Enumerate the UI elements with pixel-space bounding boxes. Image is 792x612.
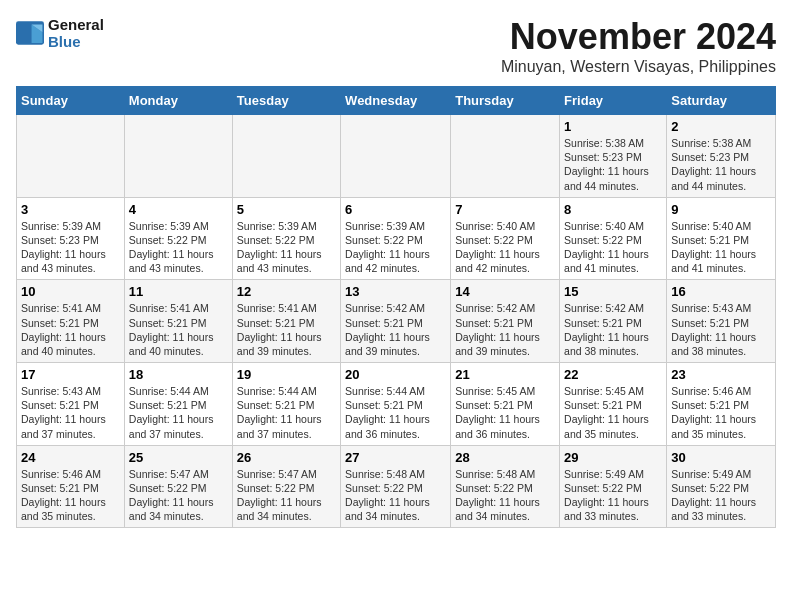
day-number: 8 [564, 202, 662, 217]
calendar-cell: 26Sunrise: 5:47 AM Sunset: 5:22 PM Dayli… [232, 445, 340, 528]
day-number: 1 [564, 119, 662, 134]
day-info: Sunrise: 5:41 AM Sunset: 5:21 PM Dayligh… [21, 301, 120, 358]
calendar-cell: 24Sunrise: 5:46 AM Sunset: 5:21 PM Dayli… [17, 445, 125, 528]
logo: General Blue [16, 16, 104, 50]
location-title: Minuyan, Western Visayas, Philippines [501, 58, 776, 76]
day-info: Sunrise: 5:48 AM Sunset: 5:22 PM Dayligh… [455, 467, 555, 524]
day-info: Sunrise: 5:47 AM Sunset: 5:22 PM Dayligh… [237, 467, 336, 524]
day-number: 2 [671, 119, 771, 134]
day-info: Sunrise: 5:43 AM Sunset: 5:21 PM Dayligh… [671, 301, 771, 358]
day-number: 16 [671, 284, 771, 299]
calendar-week-5: 24Sunrise: 5:46 AM Sunset: 5:21 PM Dayli… [17, 445, 776, 528]
day-number: 11 [129, 284, 228, 299]
logo-text: General Blue [48, 16, 104, 50]
day-info: Sunrise: 5:43 AM Sunset: 5:21 PM Dayligh… [21, 384, 120, 441]
calendar-cell: 4Sunrise: 5:39 AM Sunset: 5:22 PM Daylig… [124, 197, 232, 280]
day-info: Sunrise: 5:41 AM Sunset: 5:21 PM Dayligh… [237, 301, 336, 358]
day-info: Sunrise: 5:38 AM Sunset: 5:23 PM Dayligh… [564, 136, 662, 193]
calendar-cell: 19Sunrise: 5:44 AM Sunset: 5:21 PM Dayli… [232, 363, 340, 446]
calendar-cell: 11Sunrise: 5:41 AM Sunset: 5:21 PM Dayli… [124, 280, 232, 363]
day-number: 4 [129, 202, 228, 217]
calendar-week-4: 17Sunrise: 5:43 AM Sunset: 5:21 PM Dayli… [17, 363, 776, 446]
day-info: Sunrise: 5:45 AM Sunset: 5:21 PM Dayligh… [564, 384, 662, 441]
day-number: 6 [345, 202, 446, 217]
calendar-cell: 23Sunrise: 5:46 AM Sunset: 5:21 PM Dayli… [667, 363, 776, 446]
calendar-cell: 16Sunrise: 5:43 AM Sunset: 5:21 PM Dayli… [667, 280, 776, 363]
calendar-cell: 28Sunrise: 5:48 AM Sunset: 5:22 PM Dayli… [451, 445, 560, 528]
calendar-week-2: 3Sunrise: 5:39 AM Sunset: 5:23 PM Daylig… [17, 197, 776, 280]
calendar-cell: 21Sunrise: 5:45 AM Sunset: 5:21 PM Dayli… [451, 363, 560, 446]
day-info: Sunrise: 5:40 AM Sunset: 5:21 PM Dayligh… [671, 219, 771, 276]
calendar-cell: 13Sunrise: 5:42 AM Sunset: 5:21 PM Dayli… [341, 280, 451, 363]
day-number: 29 [564, 450, 662, 465]
calendar-cell: 10Sunrise: 5:41 AM Sunset: 5:21 PM Dayli… [17, 280, 125, 363]
day-number: 15 [564, 284, 662, 299]
weekday-header-friday: Friday [560, 87, 667, 115]
calendar-cell: 18Sunrise: 5:44 AM Sunset: 5:21 PM Dayli… [124, 363, 232, 446]
day-number: 28 [455, 450, 555, 465]
calendar-week-3: 10Sunrise: 5:41 AM Sunset: 5:21 PM Dayli… [17, 280, 776, 363]
calendar-cell: 14Sunrise: 5:42 AM Sunset: 5:21 PM Dayli… [451, 280, 560, 363]
calendar-cell [17, 115, 125, 198]
calendar-cell: 25Sunrise: 5:47 AM Sunset: 5:22 PM Dayli… [124, 445, 232, 528]
calendar-cell: 27Sunrise: 5:48 AM Sunset: 5:22 PM Dayli… [341, 445, 451, 528]
day-info: Sunrise: 5:46 AM Sunset: 5:21 PM Dayligh… [671, 384, 771, 441]
month-title: November 2024 [501, 16, 776, 58]
calendar-cell: 6Sunrise: 5:39 AM Sunset: 5:22 PM Daylig… [341, 197, 451, 280]
logo-icon [16, 21, 44, 45]
day-number: 17 [21, 367, 120, 382]
day-number: 22 [564, 367, 662, 382]
day-number: 18 [129, 367, 228, 382]
calendar-cell: 29Sunrise: 5:49 AM Sunset: 5:22 PM Dayli… [560, 445, 667, 528]
calendar-cell: 2Sunrise: 5:38 AM Sunset: 5:23 PM Daylig… [667, 115, 776, 198]
day-number: 20 [345, 367, 446, 382]
day-number: 12 [237, 284, 336, 299]
day-number: 24 [21, 450, 120, 465]
calendar-cell: 22Sunrise: 5:45 AM Sunset: 5:21 PM Dayli… [560, 363, 667, 446]
weekday-header-saturday: Saturday [667, 87, 776, 115]
day-info: Sunrise: 5:44 AM Sunset: 5:21 PM Dayligh… [129, 384, 228, 441]
calendar-cell [451, 115, 560, 198]
calendar-cell: 20Sunrise: 5:44 AM Sunset: 5:21 PM Dayli… [341, 363, 451, 446]
day-info: Sunrise: 5:38 AM Sunset: 5:23 PM Dayligh… [671, 136, 771, 193]
day-info: Sunrise: 5:39 AM Sunset: 5:23 PM Dayligh… [21, 219, 120, 276]
day-info: Sunrise: 5:48 AM Sunset: 5:22 PM Dayligh… [345, 467, 446, 524]
day-number: 19 [237, 367, 336, 382]
day-info: Sunrise: 5:45 AM Sunset: 5:21 PM Dayligh… [455, 384, 555, 441]
calendar-week-1: 1Sunrise: 5:38 AM Sunset: 5:23 PM Daylig… [17, 115, 776, 198]
calendar-cell: 3Sunrise: 5:39 AM Sunset: 5:23 PM Daylig… [17, 197, 125, 280]
calendar-cell: 15Sunrise: 5:42 AM Sunset: 5:21 PM Dayli… [560, 280, 667, 363]
day-number: 5 [237, 202, 336, 217]
header: General Blue November 2024 Minuyan, West… [16, 16, 776, 76]
calendar-cell: 1Sunrise: 5:38 AM Sunset: 5:23 PM Daylig… [560, 115, 667, 198]
day-number: 9 [671, 202, 771, 217]
calendar-cell: 30Sunrise: 5:49 AM Sunset: 5:22 PM Dayli… [667, 445, 776, 528]
calendar-table: SundayMondayTuesdayWednesdayThursdayFrid… [16, 86, 776, 528]
title-area: November 2024 Minuyan, Western Visayas, … [501, 16, 776, 76]
day-info: Sunrise: 5:49 AM Sunset: 5:22 PM Dayligh… [564, 467, 662, 524]
day-number: 13 [345, 284, 446, 299]
calendar-cell [124, 115, 232, 198]
calendar-cell [232, 115, 340, 198]
day-number: 25 [129, 450, 228, 465]
calendar-cell: 8Sunrise: 5:40 AM Sunset: 5:22 PM Daylig… [560, 197, 667, 280]
day-number: 27 [345, 450, 446, 465]
calendar-cell: 12Sunrise: 5:41 AM Sunset: 5:21 PM Dayli… [232, 280, 340, 363]
day-number: 30 [671, 450, 771, 465]
day-number: 23 [671, 367, 771, 382]
day-info: Sunrise: 5:49 AM Sunset: 5:22 PM Dayligh… [671, 467, 771, 524]
calendar-cell: 17Sunrise: 5:43 AM Sunset: 5:21 PM Dayli… [17, 363, 125, 446]
day-info: Sunrise: 5:39 AM Sunset: 5:22 PM Dayligh… [345, 219, 446, 276]
day-info: Sunrise: 5:39 AM Sunset: 5:22 PM Dayligh… [237, 219, 336, 276]
day-info: Sunrise: 5:42 AM Sunset: 5:21 PM Dayligh… [564, 301, 662, 358]
weekday-header-thursday: Thursday [451, 87, 560, 115]
calendar-cell: 7Sunrise: 5:40 AM Sunset: 5:22 PM Daylig… [451, 197, 560, 280]
day-info: Sunrise: 5:40 AM Sunset: 5:22 PM Dayligh… [455, 219, 555, 276]
day-info: Sunrise: 5:40 AM Sunset: 5:22 PM Dayligh… [564, 219, 662, 276]
day-number: 10 [21, 284, 120, 299]
weekday-header-sunday: Sunday [17, 87, 125, 115]
weekday-header-row: SundayMondayTuesdayWednesdayThursdayFrid… [17, 87, 776, 115]
calendar-body: 1Sunrise: 5:38 AM Sunset: 5:23 PM Daylig… [17, 115, 776, 528]
calendar-cell: 9Sunrise: 5:40 AM Sunset: 5:21 PM Daylig… [667, 197, 776, 280]
day-number: 26 [237, 450, 336, 465]
